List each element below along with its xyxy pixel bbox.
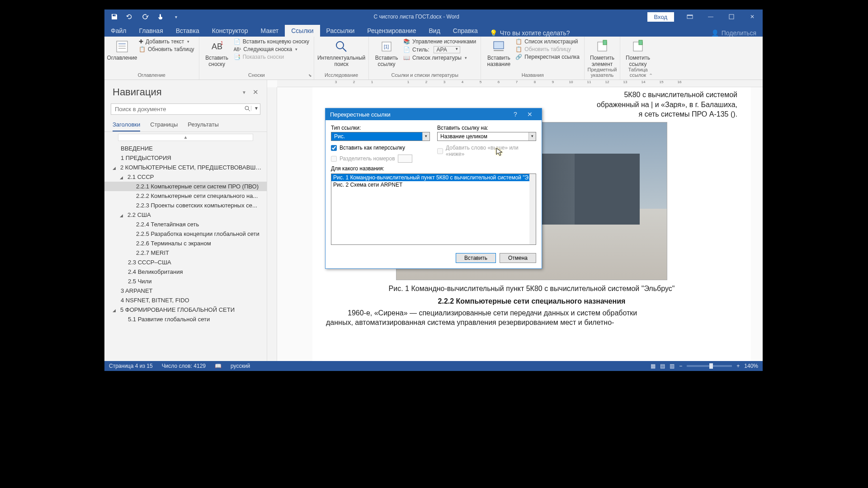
proofing-icon[interactable]: 📖 [215, 363, 222, 369]
table-of-figures-button[interactable]: 📋Список иллюстраций [515, 38, 580, 45]
nav-node[interactable]: ◢5 ФОРМИРОВАНИЕ ГЛОБАЛЬНОЙ СЕТИ [104, 305, 267, 314]
update-toc-button[interactable]: 📋Обновить таблицу [139, 46, 194, 52]
search-icon[interactable] [244, 105, 250, 113]
nav-node[interactable]: 2.5 Чили [104, 277, 267, 286]
tab-insert[interactable]: Вставка [170, 25, 206, 37]
insert-footnote-button[interactable]: AB1 Вставить сноску [204, 38, 230, 67]
tab-help[interactable]: Справка [447, 25, 484, 37]
zoom-out-icon[interactable]: − [679, 363, 682, 369]
nav-node[interactable]: 2.2.1 Компьютерные сети систем ПРО (ПВО) [104, 182, 267, 191]
add-text-button[interactable]: ✚Добавить текст [139, 38, 194, 45]
smart-lookup-button[interactable]: Интеллектуальный поиск [319, 38, 364, 67]
collapse-ribbon-icon[interactable]: ⌃ [649, 73, 653, 79]
list-item[interactable]: Рис. 2 Схема сети ARPNET [331, 181, 536, 188]
search-input[interactable] [111, 103, 260, 115]
nav-node[interactable]: 5.1 Развитие глобальной сети [104, 314, 267, 324]
nav-node[interactable]: 2.2.7 MERIT [104, 248, 267, 258]
nav-node[interactable]: 2.2.3 Проекты советских компьютерных се.… [104, 201, 267, 210]
maximize-icon[interactable] [721, 9, 742, 24]
chevron-down-icon[interactable]: ▾ [422, 132, 429, 141]
chevron-down-icon[interactable]: ▾ [528, 132, 536, 141]
tab-home[interactable]: Главная [132, 25, 169, 37]
goto-top-button[interactable]: ▲ [118, 134, 253, 141]
status-page[interactable]: Страница 4 из 15 [109, 363, 153, 369]
dialog-launcher-icon[interactable]: ⬊ [307, 73, 313, 79]
tab-review[interactable]: Рецензирование [361, 25, 422, 37]
expander-icon[interactable]: ◢ [120, 213, 125, 218]
style-value[interactable]: APA▾ [434, 46, 460, 53]
zoom-slider[interactable] [687, 365, 732, 367]
nav-node[interactable]: 1 ПРЕДЫСТОРИЯ [104, 153, 267, 163]
search-options-icon[interactable]: ▼ [251, 106, 259, 111]
repeat-icon[interactable] [142, 13, 149, 20]
toc-button[interactable]: Оглавление [109, 38, 135, 61]
cancel-button[interactable]: Отмена [500, 253, 536, 263]
nav-node[interactable]: 4 NSFNET, BITNET, FIDO [104, 296, 267, 305]
expander-icon[interactable]: ◢ [113, 166, 118, 170]
nav-search[interactable]: ▼ [111, 103, 260, 115]
chevron-down-icon[interactable]: ▼ [242, 90, 246, 95]
nav-tab-results[interactable]: Результаты [188, 118, 218, 131]
next-footnote-button[interactable]: AB¹Следующая сноска [234, 46, 309, 52]
reference-type-combo[interactable]: Рис. ▾ [331, 132, 430, 141]
scrollbar[interactable] [529, 174, 536, 244]
nav-node[interactable]: ◢2 КОМПЬЮТЕРНЫЕ СЕТИ, ПРЕДШЕСТВОВАВШИЕ..… [104, 163, 267, 172]
close-icon[interactable]: ✕ [742, 9, 763, 24]
help-icon[interactable]: ? [508, 111, 523, 118]
checkbox[interactable] [331, 145, 337, 151]
tab-mailings[interactable]: Рассылки [320, 25, 361, 37]
nav-node[interactable]: 2.2.5 Разработка концепции глобальной се… [104, 229, 267, 239]
expander-icon[interactable]: ◢ [120, 175, 125, 180]
zoom-in-icon[interactable]: + [736, 363, 740, 369]
crossref-icon: 🔗 [515, 54, 522, 60]
list-item[interactable]: Рис. 1 Командно-вычислительный пункт 5К8… [331, 174, 536, 181]
zoom-level[interactable]: 140% [744, 363, 758, 369]
insert-reference-to-combo[interactable]: Название целиком ▾ [437, 132, 536, 141]
touch-icon[interactable] [157, 13, 164, 20]
insert-as-hyperlink-checkbox[interactable]: Вставить как гиперссылку [331, 145, 430, 151]
save-icon[interactable] [111, 13, 118, 20]
nav-node[interactable]: 2.3 СССР–США [104, 258, 267, 267]
nav-node[interactable]: 2.2.4 Телетайпная сеть [104, 220, 267, 229]
share-button[interactable]: 👤 Поделиться [705, 29, 763, 37]
minimize-icon[interactable]: — [700, 9, 721, 24]
read-mode-icon[interactable]: ▦ [651, 363, 656, 369]
insert-citation-button[interactable]: [1] Вставить ссылку [373, 38, 400, 67]
nav-node[interactable]: 3 ARPANET [104, 286, 267, 296]
insert-button[interactable]: Вставить [456, 253, 496, 263]
nav-node[interactable]: 2.2.2 Компьютерные сети специального на.… [104, 191, 267, 201]
nav-node[interactable]: ВВЕДЕНИЕ [104, 144, 267, 153]
tell-me[interactable]: 💡 Что вы хотите сделать? [484, 29, 576, 37]
mark-entry-button[interactable]: Пометить элемент [589, 38, 615, 67]
nav-node[interactable]: ◢2.1 СССР [104, 172, 267, 182]
tab-layout[interactable]: Макет [255, 25, 285, 37]
tab-view[interactable]: Вид [422, 25, 446, 37]
mark-citation-button[interactable]: Пометить ссылку [625, 38, 651, 67]
insert-endnote-button[interactable]: 📄Вставить концевую сноску [234, 38, 309, 45]
undo-icon[interactable] [126, 13, 133, 20]
close-icon[interactable]: ✕ [523, 111, 537, 118]
style-combo[interactable]: 📄Стиль: APA▾ [403, 46, 476, 53]
print-layout-icon[interactable]: ▤ [660, 363, 665, 369]
cross-reference-button[interactable]: 🔗Перекрестная ссылка [515, 54, 580, 60]
login-button[interactable]: Вход [647, 12, 674, 22]
insert-caption-button[interactable]: Вставить название [486, 38, 512, 67]
close-icon[interactable]: ✕ [253, 88, 259, 96]
web-layout-icon[interactable]: ▥ [670, 363, 675, 369]
ribbon-display-icon[interactable] [679, 9, 700, 24]
status-words[interactable]: Число слов: 4129 [162, 363, 206, 369]
expander-icon[interactable]: ◢ [113, 308, 118, 313]
manage-sources-button[interactable]: 📚Управление источниками [403, 38, 476, 45]
nav-node[interactable]: ◢2.2 США [104, 210, 267, 220]
bibliography-button[interactable]: 📖Список литературы [403, 55, 476, 61]
qat-customize-icon[interactable]: ▾ [172, 13, 179, 20]
tab-file[interactable]: Файл [104, 25, 132, 37]
caption-listbox[interactable]: Рис. 1 Командно-вычислительный пункт 5К8… [331, 174, 536, 245]
nav-tab-pages[interactable]: Страницы [150, 118, 178, 131]
nav-node[interactable]: 2.4 Великобритания [104, 267, 267, 277]
status-lang[interactable]: русский [231, 363, 250, 369]
nav-node[interactable]: 2.2.6 Терминалы с экраном [104, 239, 267, 248]
tab-design[interactable]: Конструктор [206, 25, 255, 37]
tab-references[interactable]: Ссылки [285, 25, 320, 37]
nav-tab-headings[interactable]: Заголовки [113, 118, 140, 131]
